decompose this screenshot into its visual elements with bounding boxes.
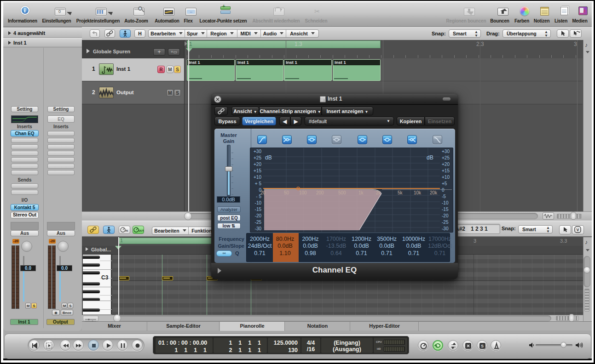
- svg-text:V: V: [577, 228, 579, 232]
- svg-text:IN: IN: [125, 229, 128, 232]
- svg-text:OUT: OUT: [139, 229, 144, 232]
- svg-text:S: S: [481, 344, 484, 348]
